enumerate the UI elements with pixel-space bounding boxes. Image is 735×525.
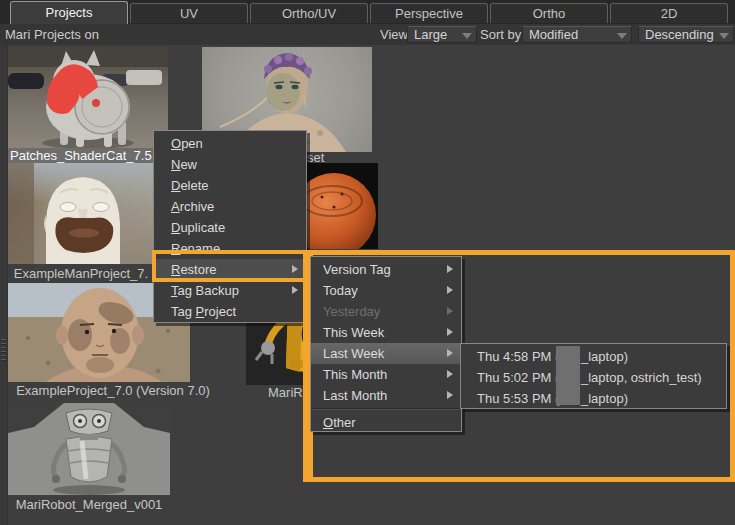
tab-2d[interactable]: 2D [610,3,728,23]
tab-perspective[interactable]: Perspective [370,3,488,23]
project-label-exampleman: ExampleManProject_7. [8,266,154,281]
submenu-item-other[interactable]: Other [311,412,461,433]
submenu-arrow-icon [447,328,453,336]
submenu-arrow-icon [447,286,453,294]
sort-by-label: Sort by [480,27,521,42]
submenu-item-this-week[interactable]: This Week [311,322,461,343]
last-week-backups-flyout: Thu 4:58 PM (a_laptop) Thu 5:02 PM (a_la… [460,343,727,409]
submenu-arrow-icon [447,307,453,315]
submenu-item-today[interactable]: Today [311,280,461,301]
menu-item-new[interactable]: New [154,154,306,175]
tab-projects[interactable]: Projects [10,1,128,24]
splitter-grip-icon [1,339,6,363]
shadercat-illustration [8,47,168,149]
backup-item-2[interactable]: Thu 5:02 PM (a_laptop, ostrich_test) [461,367,726,388]
project-label-shadercat: Patches_ShaderCat_7.5 [8,148,170,163]
menu-item-tag-project[interactable]: Tag Project [154,301,306,322]
project-label-exampleproject: ExampleProject_7.0 (Version 7.0) [8,383,218,398]
page-title: Mari Projects on [5,27,99,42]
backup-item-1[interactable]: Thu 4:58 PM (a_laptop) [461,346,726,367]
submenu-item-last-month[interactable]: Last Month [311,385,461,406]
submenu-arrow-icon [447,391,453,399]
project-thumbnail-exampleman[interactable] [8,163,154,264]
projects-toolbar: Mari Projects on View Large Sort by Modi… [0,24,735,45]
tab-ortho[interactable]: Ortho [490,3,608,23]
submenu-arrow-icon [447,370,453,378]
panel-splitter[interactable] [0,45,8,525]
sort-by-select[interactable]: Modified [522,26,632,43]
menu-item-open[interactable]: Open [154,133,306,154]
sort-order-select[interactable]: Descending [638,26,734,43]
menu-item-delete[interactable]: Delete [154,175,306,196]
menu-item-archive[interactable]: Archive [154,196,306,217]
backup-item-3[interactable]: Thu 5:53 PM (a_laptop) [461,388,726,409]
submenu-item-this-month[interactable]: This Month [311,364,461,385]
menu-item-tag-backup[interactable]: Tag Backup [154,280,306,301]
project-label-marirobot-merged: MariRobot_Merged_v001 [8,497,170,512]
mari-projects-window: Projects UV Ortho/UV Perspective Ortho 2… [0,0,735,525]
view-mode-select[interactable]: Large [407,26,477,43]
redaction-box [556,346,580,405]
chevron-down-icon [617,33,627,39]
exampleman-illustration [8,163,154,264]
submenu-item-yesterday[interactable]: Yesterday [311,301,461,322]
submenu-arrow-icon [447,265,453,273]
submenu-item-version-tag[interactable]: Version Tag [311,259,461,280]
project-thumbnail-marirobot-merged[interactable] [8,403,170,495]
submenu-arrow-icon [447,349,453,357]
project-thumbnail-shadercat[interactable] [8,47,168,149]
menu-item-duplicate[interactable]: Duplicate [154,217,306,238]
menu-separator [312,408,460,410]
tab-bar: Projects UV Ortho/UV Perspective Ortho 2… [0,0,735,25]
submenu-arrow-icon [292,286,298,294]
view-label: View [380,27,408,42]
project-context-menu: Open New Delete Archive Duplicate Rename… [153,130,307,323]
tab-ortho-uv[interactable]: Ortho/UV [250,3,368,23]
tab-uv[interactable]: UV [130,3,248,23]
silver-robot-illustration [8,403,170,495]
restore-submenu: Version Tag Today Yesterday This Week La… [310,256,462,432]
annotation-rectangle-restore [152,250,313,282]
chevron-down-icon [719,33,729,39]
chevron-down-icon [462,33,472,39]
submenu-item-last-week[interactable]: Last Week [311,343,461,364]
